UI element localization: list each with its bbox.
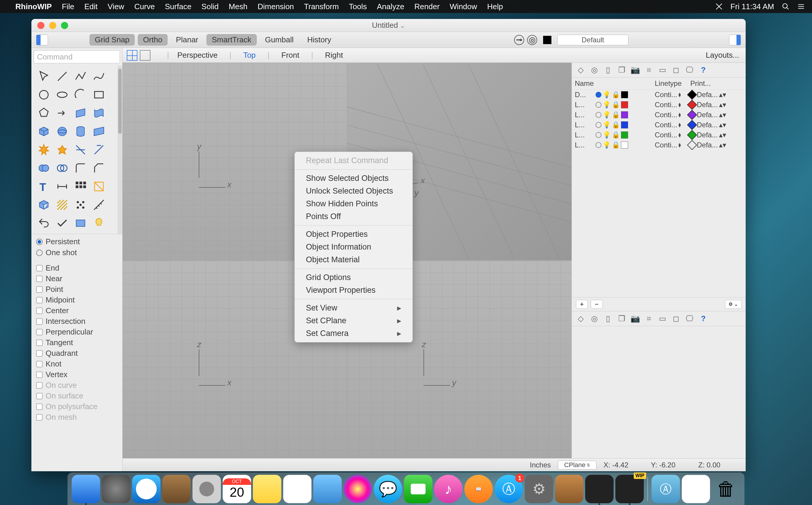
b-notes-icon[interactable]: ⌗ (644, 313, 654, 324)
view-right-tab[interactable]: Right (321, 51, 347, 60)
loft-tool-icon[interactable] (91, 105, 107, 121)
menu-mesh[interactable]: Mesh (229, 2, 248, 11)
filter-icon[interactable]: ⊸ (514, 35, 524, 45)
left-sidebar-toggle-icon[interactable] (36, 35, 48, 45)
menu-help[interactable]: Help (487, 2, 503, 11)
cplane-selector[interactable]: CPlane ⇅ (558, 461, 596, 470)
b-panel-icon[interactable]: ◻ (671, 313, 681, 324)
cm-show-selected[interactable]: Show Selected Objects (295, 172, 412, 185)
boolean2-tool-icon[interactable] (54, 160, 71, 176)
group-tool-icon[interactable] (72, 196, 89, 213)
notes-tab-icon[interactable]: ⌗ (644, 65, 654, 75)
cm-object-material[interactable]: Object Material (295, 254, 412, 266)
oneshot-radio[interactable]: One shot (36, 248, 118, 257)
launchpad-app-icon[interactable] (102, 475, 130, 503)
osnap-intersection[interactable]: Intersection (36, 317, 118, 326)
osnap-knot[interactable]: Knot (36, 359, 118, 368)
color-swatch[interactable] (543, 36, 551, 44)
command-input[interactable]: Command (34, 50, 120, 63)
explode2-tool-icon[interactable] (54, 142, 71, 158)
menu-window[interactable]: Window (450, 2, 477, 11)
trim-tool-icon[interactable] (72, 142, 89, 158)
explode-tool-icon[interactable] (35, 142, 52, 158)
ellipse-tool-icon[interactable] (54, 87, 71, 103)
menu-curve[interactable]: Curve (134, 2, 155, 11)
plane-tool-icon[interactable] (91, 123, 107, 140)
view-top-tab[interactable]: Top (240, 51, 259, 60)
ibooks-app-icon[interactable]: 📖 (464, 475, 493, 503)
b-display-icon[interactable]: ▭ (657, 313, 668, 324)
text-tool-icon[interactable]: T (35, 178, 52, 195)
spotlight-icon[interactable] (782, 3, 790, 10)
rectangle-tool-icon[interactable] (91, 87, 107, 103)
systemprefs-app-icon[interactable]: ⚙ (525, 475, 553, 503)
remove-layer-button[interactable]: − (591, 300, 602, 309)
menu-tools[interactable]: Tools (349, 2, 367, 11)
join-tool-icon[interactable] (91, 142, 107, 158)
menu-solid[interactable]: Solid (201, 2, 219, 11)
layouts-button[interactable]: Layouts... (706, 51, 746, 60)
planar-button[interactable]: Planar (170, 34, 204, 45)
view-perspective-tab[interactable]: Perspective (174, 51, 221, 60)
cm-viewport-properties[interactable]: Viewport Properties (295, 284, 412, 297)
minimize-button[interactable] (49, 22, 56, 29)
b-layers-icon[interactable]: ◇ (575, 313, 586, 324)
cm-unlock-selected[interactable]: Unlock Selected Objects (295, 185, 412, 197)
chamfer-tool-icon[interactable] (91, 160, 107, 176)
sphere-tool-icon[interactable] (54, 123, 71, 140)
block-tool-icon[interactable] (35, 196, 52, 213)
menu-surface[interactable]: Surface (165, 2, 191, 11)
chevron-down-icon[interactable]: ⌄ (400, 22, 405, 29)
boolean-tool-icon[interactable] (35, 160, 52, 176)
polygon-tool-icon[interactable] (35, 105, 52, 121)
undo-tool-icon[interactable] (35, 215, 52, 231)
cm-object-information[interactable]: Object Information (295, 241, 412, 254)
cylinder-tool-icon[interactable] (72, 123, 89, 140)
ortho-button[interactable]: Ortho (138, 34, 168, 45)
extend-tool-icon[interactable] (54, 105, 71, 121)
cm-grid-options[interactable]: Grid Options (295, 271, 412, 284)
check-tool-icon[interactable] (54, 215, 71, 231)
safari-app-icon[interactable] (132, 475, 160, 503)
b-help-icon[interactable]: ? (698, 313, 709, 324)
persistent-radio[interactable]: Persistent (36, 237, 118, 246)
b-properties-icon[interactable]: ◎ (589, 313, 600, 324)
viewport-area[interactable]: y x (123, 63, 571, 458)
messages-app-icon[interactable]: 💬 (374, 475, 402, 503)
osnap-end[interactable]: End (36, 264, 118, 273)
osnap-tangent[interactable]: Tangent (36, 338, 118, 347)
monitor-tab-icon[interactable]: 🖵 (684, 65, 695, 75)
layer-row[interactable]: L... 💡 🔒 Conti...▴▾ Defa...▴▾ (572, 120, 746, 130)
trash-icon[interactable]: 🗑 (712, 475, 740, 503)
layer-row[interactable]: L... 💡 🔒 Conti...▴▾ Defa...▴▾ (572, 140, 746, 150)
smarttrack-button[interactable]: SmartTrack (207, 34, 256, 45)
layer-row[interactable]: D... 💡 🔒 Conti...▴▾ Defa...▴▾ (572, 90, 746, 100)
rhinowip-app-icon[interactable]: WIP (616, 475, 644, 503)
osnap-quadrant[interactable]: Quadrant (36, 349, 118, 358)
camera-tab-icon[interactable]: 📷 (630, 65, 641, 75)
help-tab-icon[interactable]: ? (698, 65, 709, 75)
cm-set-cplane[interactable]: Set CPlane (295, 314, 412, 327)
menu-dimension[interactable]: Dimension (258, 2, 294, 11)
rhino-app-icon[interactable] (585, 475, 614, 503)
box-tool-icon[interactable] (35, 123, 52, 140)
cm-show-hidden-points[interactable]: Show Hidden Points (295, 197, 412, 210)
osnap-center[interactable]: Center (36, 306, 118, 315)
cm-set-camera[interactable]: Set Camera (295, 327, 412, 340)
b-camera-icon[interactable]: 📷 (630, 313, 641, 324)
four-viewport-icon[interactable] (127, 50, 137, 61)
menu-view[interactable]: View (108, 2, 124, 11)
menu-edit[interactable]: Edit (85, 2, 98, 11)
photos-app-icon[interactable] (344, 475, 372, 503)
line-tool-icon[interactable] (54, 68, 71, 85)
gridsnap-button[interactable]: Grid Snap (90, 34, 135, 45)
menu-file[interactable]: File (62, 2, 74, 11)
itunes-app-icon[interactable]: ♪ (434, 475, 462, 503)
fillet-tool-icon[interactable] (72, 160, 89, 176)
reminders-app-icon[interactable] (283, 475, 311, 503)
document-icon[interactable] (682, 475, 710, 503)
close-button[interactable] (37, 22, 44, 29)
layer-row[interactable]: L... 💡 🔒 Conti...▴▾ Defa...▴▾ (572, 110, 746, 120)
maximize-button[interactable] (61, 22, 68, 29)
layer-row[interactable]: L... 💡 🔒 Conti...▴▾ Defa...▴▾ (572, 100, 746, 110)
